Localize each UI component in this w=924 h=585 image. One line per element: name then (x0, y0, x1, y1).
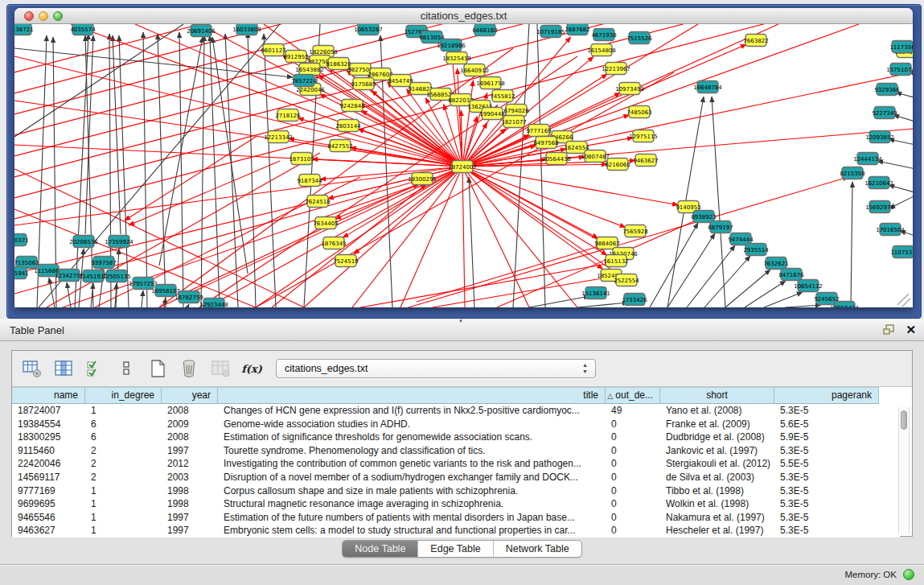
table-selector-dropdown[interactable]: citations_edges.txt ▲▼ (276, 359, 596, 378)
tab-edge-table[interactable]: Edge Table (418, 541, 493, 557)
graph-node[interactable]: 16543882 (295, 64, 324, 76)
graph-node[interactable]: 18650424 (830, 302, 859, 308)
graph-node[interactable]: 8215358 (840, 167, 864, 179)
graph-node[interactable]: 4035574 (70, 24, 96, 35)
graph-node[interactable]: 16640910 (460, 64, 489, 76)
table-row[interactable]: 1456911722003Disruption of a novel membe… (12, 471, 900, 484)
table-row[interactable]: 946554611997Estimation of the future num… (12, 511, 900, 525)
graph-node[interactable]: 7524519 (333, 255, 358, 267)
graph-node[interactable]: 8912955 (283, 51, 308, 63)
graph-node[interactable]: 12923448 (199, 299, 228, 308)
graph-node[interactable]: 18325419 (442, 52, 471, 64)
graph-node[interactable]: 16033809 (232, 24, 261, 35)
graph-node[interactable]: 16154808 (587, 44, 616, 56)
graph-node[interactable]: 10719185 (536, 26, 565, 38)
tab-node-table[interactable]: Node Table (343, 541, 418, 557)
column-header-year[interactable]: year (162, 387, 218, 404)
graph-node[interactable]: 1733426 (622, 294, 647, 306)
graph-node[interactable]: 2935514 (743, 244, 769, 256)
graph-node[interactable]: 10654112 (794, 280, 823, 292)
column-header-name[interactable]: name (12, 387, 85, 404)
graph-node[interactable]: 1990448 (479, 108, 504, 120)
graph-node[interactable]: 12213343 (264, 131, 293, 143)
graph-node[interactable]: 15751074 (886, 64, 913, 76)
column-header-pagerank[interactable]: pagerank (774, 387, 879, 404)
graph-node[interactable]: 16648784 (693, 81, 722, 93)
column-header-in-degree[interactable]: in_degree (85, 387, 162, 404)
graph-node[interactable]: 12213967 (602, 63, 630, 75)
graph-node[interactable]: 19218986 (437, 39, 466, 51)
graph-node[interactable]: 16961758 (476, 77, 505, 89)
graph-node[interactable]: 7857224 (291, 75, 317, 87)
graph-node[interactable]: 1873105 (289, 153, 314, 165)
splitter-handle[interactable]: ▾ (457, 319, 465, 323)
graph-node[interactable]: 7624518 (305, 196, 330, 208)
graph-node[interactable]: 9242848 (339, 100, 364, 112)
graph-node[interactable]: 4671938 (591, 29, 616, 41)
graph-node[interactable]: 12444134 (853, 153, 882, 165)
network-canvas[interactable]: 1830029586011238912955182260589827503165… (14, 24, 913, 307)
graph-node[interactable]: 2887682 (565, 24, 589, 35)
graph-node[interactable]: 7634405 (313, 217, 338, 229)
graph-node[interactable]: 9227349 (872, 107, 897, 119)
graph-node[interactable]: 2500371 (14, 234, 29, 246)
table-row[interactable]: 2242004622012Investigating the contribut… (12, 457, 900, 471)
column-header-short[interactable]: short (660, 387, 774, 404)
graph-node[interactable]: 15136141 (581, 287, 610, 299)
graph-node[interactable]: 1615132 (603, 255, 628, 267)
select-rows-icon[interactable] (84, 357, 106, 380)
table-row[interactable]: 911546021997Tourette syndrome. Phenomeno… (12, 444, 900, 458)
graph-node[interactable]: 17016504 (876, 224, 905, 236)
graph-node[interactable]: 7515526 (626, 32, 652, 44)
table-row[interactable]: 1938455462009Genome-wide association stu… (12, 418, 900, 431)
graph-node[interactable]: 20206536 (69, 236, 98, 248)
graph-node[interactable]: 2522554 (614, 274, 639, 286)
close-panel-icon[interactable]: ✕ (906, 323, 916, 337)
graph-node[interactable]: 10807487 (581, 150, 610, 163)
graph-node-hub[interactable]: 18724007 (448, 161, 477, 173)
graph-node[interactable]: 9329366 (874, 84, 900, 96)
graph-node[interactable]: 17359924 (105, 236, 133, 248)
graph-node[interactable]: 6497568 (533, 137, 558, 149)
row-height-icon[interactable] (115, 357, 138, 380)
table-scrollbar-thumb[interactable] (901, 410, 907, 430)
window-titlebar[interactable]: citations_edges.txt (14, 8, 913, 24)
graph-node[interactable]: 10973493 (615, 83, 644, 95)
graph-node[interactable]: 3915941 (14, 267, 29, 279)
graph-node[interactable]: 7663822 (743, 35, 768, 47)
graph-node[interactable]: 8454749 (388, 75, 413, 87)
graph-node[interactable]: 7485063 (626, 106, 651, 118)
graph-node[interactable]: 9397587 (91, 257, 116, 269)
delete-table-icon[interactable] (178, 357, 200, 380)
graph-node[interactable]: 1821077 (501, 116, 526, 128)
graph-node[interactable]: 9187344 (297, 175, 322, 187)
graph-node[interactable]: 7632621 (763, 257, 788, 270)
graph-node[interactable]: 9175685 (351, 78, 376, 90)
graph-node[interactable]: 20691406 (187, 25, 216, 37)
graph-node[interactable]: 2803144 (335, 120, 361, 132)
column-header-title[interactable]: title (218, 387, 606, 404)
graph-node[interactable]: 7455812 (490, 90, 515, 102)
table-row[interactable]: 946362711997Embryonic stem cells: a mode… (12, 524, 900, 538)
graph-node[interactable]: 8427552 (327, 140, 352, 152)
new-table-icon[interactable] (146, 357, 169, 380)
graph-node[interactable]: 7565928 (622, 225, 647, 237)
network-graph[interactable]: 1830029586011238912955182260589827503165… (14, 24, 913, 307)
table-row[interactable]: 969969511998Structural magnetic resonanc… (12, 497, 900, 511)
float-panel-icon[interactable] (883, 324, 896, 336)
graph-node[interactable]: 6794028 (503, 105, 528, 117)
table-row[interactable]: 1872400712008Changes of HCN gene express… (12, 404, 900, 418)
function-builder-icon[interactable]: f(x) (240, 357, 263, 380)
graph-node[interactable]: 9463627 (633, 154, 658, 167)
graph-node[interactable]: 20564436 (542, 153, 571, 165)
graph-node[interactable]: 15692971 (865, 201, 894, 213)
graph-node[interactable]: 8136721 (14, 24, 34, 35)
graph-node[interactable]: 6216060 (605, 159, 630, 171)
graph-node[interactable]: 1107533 (890, 246, 913, 258)
graph-node[interactable]: 16210643 (864, 177, 893, 189)
graph-node[interactable]: 12093852 (865, 131, 894, 143)
graph-node[interactable]: 9777169 (526, 125, 551, 137)
graph-node[interactable]: 8471676 (778, 269, 804, 281)
graph-node[interactable]: 8601123 (261, 44, 285, 56)
show-column-icon[interactable] (52, 357, 75, 380)
